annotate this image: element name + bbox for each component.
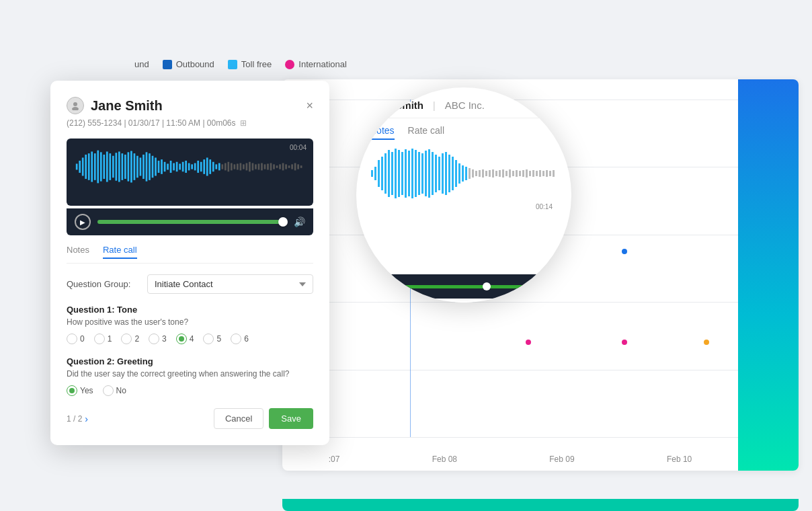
x-label: Feb 09: [549, 455, 574, 464]
svg-rect-16: [118, 151, 120, 182]
scale-option-0[interactable]: 0: [67, 333, 85, 344]
legend-tollfree-label: Toll free: [241, 59, 272, 69]
svg-rect-92: [421, 153, 423, 194]
svg-rect-14: [112, 156, 114, 178]
svg-rect-75: [297, 164, 299, 169]
tab-notes[interactable]: Notes: [67, 245, 89, 259]
tab-rate-call[interactable]: Rate call: [103, 245, 137, 259]
svg-rect-70: [282, 163, 284, 171]
legend-outbound: Outbound: [163, 59, 214, 69]
scale-option-4[interactable]: 4: [176, 333, 194, 344]
no-option[interactable]: No: [103, 385, 126, 396]
svg-rect-98: [442, 153, 444, 194]
action-buttons: Cancel Save: [214, 408, 313, 429]
question-1-text: How positive was the user's tone?: [67, 317, 313, 327]
scale-option-3[interactable]: 3: [149, 333, 167, 344]
legend-international: International: [285, 59, 347, 69]
radio-circle: [94, 333, 105, 344]
x-label: Feb 08: [432, 455, 457, 464]
svg-rect-22: [136, 156, 138, 178]
svg-rect-104: [462, 165, 464, 182]
pagination: 1 / 2 ›: [67, 414, 88, 424]
next-arrow-icon[interactable]: ›: [85, 414, 88, 424]
svg-rect-42: [197, 161, 199, 173]
svg-rect-19: [128, 152, 130, 181]
svg-rect-32: [167, 163, 169, 169]
svg-rect-24: [143, 155, 145, 179]
svg-rect-122: [522, 170, 524, 177]
svg-rect-56: [240, 163, 242, 171]
svg-rect-10: [100, 152, 102, 181]
scale-option-5[interactable]: 5: [203, 333, 221, 344]
svg-rect-49: [218, 163, 220, 171]
question-2-text: Did the user say the correct greeting wh…: [67, 369, 313, 379]
svg-rect-112: [489, 170, 491, 177]
scale-option-2[interactable]: 2: [121, 333, 139, 344]
svg-rect-77: [371, 170, 373, 177]
svg-rect-55: [237, 163, 239, 169]
legend-international-label: International: [298, 59, 347, 69]
svg-rect-9: [97, 151, 99, 184]
volume-icon[interactable]: 🔊: [294, 217, 305, 227]
progress-track[interactable]: [97, 220, 287, 224]
popup-waveform-svg: [366, 147, 562, 200]
svg-rect-28: [155, 157, 157, 175]
question-1-block: Question 1: Tone How positive was the us…: [67, 305, 313, 344]
svg-rect-111: [485, 171, 487, 176]
svg-rect-61: [255, 164, 257, 169]
svg-rect-78: [374, 167, 376, 180]
teal-bottom-bar: [282, 499, 799, 511]
legend-tollfree-dot: [228, 60, 237, 69]
svg-rect-80: [381, 157, 383, 190]
popup-tab-rate-call[interactable]: Rate call: [408, 125, 444, 140]
svg-rect-88: [408, 151, 410, 196]
svg-rect-109: [479, 170, 481, 177]
user-icon: [71, 101, 80, 110]
chart-legend: und Outbound Toll free International: [134, 59, 347, 69]
legend-international-dot: [285, 60, 294, 69]
svg-rect-121: [519, 171, 521, 176]
scale-option-1[interactable]: 1: [94, 333, 112, 344]
waveform-svg: [75, 147, 305, 187]
close-button[interactable]: ×: [306, 100, 313, 112]
svg-rect-30: [161, 159, 163, 174]
svg-rect-90: [415, 150, 417, 197]
scale-option-6[interactable]: 6: [231, 333, 249, 344]
question-2-block: Question 2: Greeting Did the user say th…: [67, 356, 313, 396]
save-button[interactable]: Save: [269, 408, 313, 429]
svg-rect-68: [276, 165, 278, 168]
svg-rect-102: [455, 160, 457, 187]
svg-rect-125: [532, 170, 534, 177]
svg-rect-51: [225, 163, 227, 171]
svg-rect-25: [146, 152, 148, 181]
waveform-container: 00:04: [67, 139, 313, 206]
popup-bubble: Jane Smith | ABC Inc. Notes Rate call: [356, 87, 571, 303]
svg-rect-91: [418, 152, 420, 195]
x-axis-labels: :07 Feb 08 Feb 09 Feb 10: [282, 455, 738, 464]
cancel-button[interactable]: Cancel: [214, 408, 263, 429]
x-label: :07: [329, 455, 340, 464]
modal-tabs: Notes Rate call: [67, 245, 313, 264]
svg-rect-59: [249, 162, 251, 171]
svg-rect-38: [185, 161, 187, 173]
popup-timestamp: 00:14: [366, 203, 562, 210]
call-detail-modal: Jane Smith × (212) 555-1234 | 01/30/17 |…: [50, 81, 329, 445]
svg-rect-12: [106, 151, 108, 182]
popup-progress-track[interactable]: [394, 285, 555, 288]
svg-rect-71: [285, 164, 287, 169]
call-meta: (212) 555-1234 | 01/30/17 | 11:50 AM | 0…: [67, 118, 236, 128]
svg-rect-60: [252, 163, 254, 171]
question-group-select[interactable]: Initiate Contact: [147, 274, 313, 294]
popup-company: ABC Inc.: [445, 100, 485, 111]
radio-circle: [149, 333, 159, 344]
svg-rect-129: [546, 170, 548, 177]
svg-rect-116: [502, 169, 504, 178]
play-button[interactable]: ▶: [75, 214, 91, 230]
svg-rect-27: [152, 156, 154, 178]
svg-rect-58: [246, 163, 248, 171]
chart-dot: [526, 340, 531, 345]
chart-dot: [622, 340, 627, 345]
yes-option[interactable]: Yes: [67, 385, 93, 396]
svg-rect-99: [445, 152, 447, 195]
svg-rect-52: [227, 162, 229, 171]
